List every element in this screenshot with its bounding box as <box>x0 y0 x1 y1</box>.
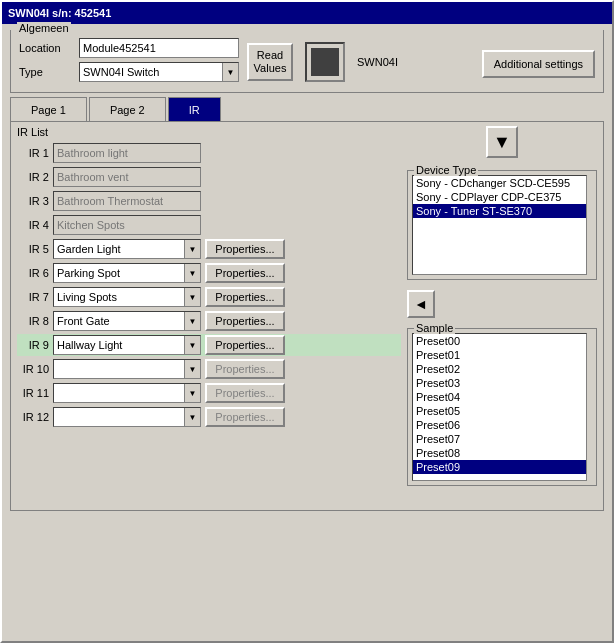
window-title: SWN04I s/n: 452541 <box>8 7 111 19</box>
device-type-item-2[interactable]: Sony - Tuner ST-SE370 <box>413 204 586 218</box>
location-label: Location <box>19 42 79 54</box>
ir-row-7: IR 7 Living Spots ▼ Properties... <box>17 286 401 308</box>
sample-group: Sample Preset00 Preset01 Preset02 Preset… <box>407 328 597 486</box>
ir-list-header: IR List <box>17 126 401 138</box>
tab-ir[interactable]: IR <box>168 97 221 121</box>
properties-btn-8[interactable]: Properties... <box>205 311 285 331</box>
ir-row-5: IR 5 Garden Light ▼ Properties... <box>17 238 401 260</box>
sample-item-1[interactable]: Preset01 <box>413 348 586 362</box>
ir-input-3[interactable] <box>53 191 201 211</box>
ir-select-8[interactable]: Front Gate <box>53 311 201 331</box>
ir-row-6: IR 6 Parking Spot ▼ Properties... <box>17 262 401 284</box>
ir-row-4: IR 4 <box>17 214 401 236</box>
sample-item-6[interactable]: Preset06 <box>413 418 586 432</box>
sample-item-0[interactable]: Preset00 <box>413 334 586 348</box>
ir-combo-wrapper-10: ▼ <box>53 359 201 379</box>
sample-item-2[interactable]: Preset02 <box>413 362 586 376</box>
device-name: SWN04I <box>357 56 398 68</box>
ir-label-8: IR 8 <box>17 315 53 327</box>
sample-listbox[interactable]: Preset00 Preset01 Preset02 Preset03 Pres… <box>412 333 587 481</box>
ir-row-11: IR 11 ▼ Properties... <box>17 382 401 404</box>
ir-row-9: IR 9 Hallway Light ▼ Properties... <box>17 334 401 356</box>
ir-select-10[interactable] <box>53 359 201 379</box>
ir-row-12: IR 12 ▼ Properties... <box>17 406 401 428</box>
properties-btn-10[interactable]: Properties... <box>205 359 285 379</box>
device-type-listbox[interactable]: Sony - CDchanger SCD-CE595 Sony - CDPlay… <box>412 175 587 275</box>
device-type-item-0[interactable]: Sony - CDchanger SCD-CE595 <box>413 176 586 190</box>
device-type-group: Device Type Sony - CDchanger SCD-CE595 S… <box>407 170 597 280</box>
location-input[interactable] <box>79 38 239 58</box>
ir-combo-wrapper-11: ▼ <box>53 383 201 403</box>
sample-item-8[interactable]: Preset08 <box>413 446 586 460</box>
ir-combo-wrapper-7: Living Spots ▼ <box>53 287 201 307</box>
ir-label-10: IR 10 <box>17 363 53 375</box>
left-arrow-icon: ◄ <box>414 296 428 312</box>
tabs-bar: Page 1 Page 2 IR <box>10 97 604 121</box>
down-arrow-button[interactable]: ▼ <box>486 126 518 158</box>
sample-item-5[interactable]: Preset05 <box>413 404 586 418</box>
additional-settings-button[interactable]: Additional settings <box>482 50 595 78</box>
sample-item-3[interactable]: Preset03 <box>413 376 586 390</box>
ir-combo-wrapper-8: Front Gate ▼ <box>53 311 201 331</box>
type-row: Type SWN04I Switch ▼ <box>19 62 239 82</box>
ir-select-6[interactable]: Parking Spot <box>53 263 201 283</box>
ir-select-11[interactable] <box>53 383 201 403</box>
title-bar: SWN04I s/n: 452541 <box>2 2 612 24</box>
down-arrow-icon: ▼ <box>493 132 511 153</box>
sample-item-7[interactable]: Preset07 <box>413 432 586 446</box>
sample-label: Sample <box>414 322 455 334</box>
ir-label-12: IR 12 <box>17 411 53 423</box>
right-panel: ▼ Device Type Sony - CDchanger SCD-CE595… <box>407 126 597 486</box>
ir-combo-wrapper-6: Parking Spot ▼ <box>53 263 201 283</box>
ir-input-4[interactable] <box>53 215 201 235</box>
device-type-label: Device Type <box>414 164 478 176</box>
ir-label-4: IR 4 <box>17 219 53 231</box>
ir-row-3: IR 3 <box>17 190 401 212</box>
ir-row-2: IR 2 <box>17 166 401 188</box>
ir-row-1: IR 1 <box>17 142 401 164</box>
location-row: Location <box>19 38 239 58</box>
general-group-label: Algemeen <box>17 22 71 34</box>
type-label: Type <box>19 66 79 78</box>
general-group: Algemeen Location Type SWN04I Switch ▼ <box>10 30 604 93</box>
device-icon-inner <box>311 48 339 76</box>
tab-page1[interactable]: Page 1 <box>10 97 87 121</box>
ir-input-2[interactable] <box>53 167 201 187</box>
read-values-button[interactable]: ReadValues <box>247 43 293 81</box>
main-window: SWN04I s/n: 452541 Algemeen Location Typ… <box>0 0 614 643</box>
ir-combo-wrapper-9: Hallway Light ▼ <box>53 335 201 355</box>
ir-combo-wrapper-12: ▼ <box>53 407 201 427</box>
ir-label-7: IR 7 <box>17 291 53 303</box>
properties-btn-9[interactable]: Properties... <box>205 335 285 355</box>
ir-label-1: IR 1 <box>17 147 53 159</box>
sample-item-9[interactable]: Preset09 <box>413 460 586 474</box>
ir-label-9: IR 9 <box>17 339 53 351</box>
sample-item-4[interactable]: Preset04 <box>413 390 586 404</box>
type-select[interactable]: SWN04I Switch <box>79 62 239 82</box>
ir-select-12[interactable] <box>53 407 201 427</box>
properties-btn-7[interactable]: Properties... <box>205 287 285 307</box>
tab-page2[interactable]: Page 2 <box>89 97 166 121</box>
properties-btn-12[interactable]: Properties... <box>205 407 285 427</box>
ir-list-panel: IR List IR 1 IR 2 IR 3 <box>17 126 401 486</box>
properties-btn-6[interactable]: Properties... <box>205 263 285 283</box>
ir-label-11: IR 11 <box>17 387 53 399</box>
properties-btn-5[interactable]: Properties... <box>205 239 285 259</box>
ir-select-9[interactable]: Hallway Light <box>53 335 201 355</box>
properties-btn-11[interactable]: Properties... <box>205 383 285 403</box>
main-area: IR List IR 1 IR 2 IR 3 <box>17 126 597 486</box>
ir-label-6: IR 6 <box>17 267 53 279</box>
ir-combo-wrapper-5: Garden Light ▼ <box>53 239 201 259</box>
ir-row-8: IR 8 Front Gate ▼ Properties... <box>17 310 401 332</box>
ir-label-3: IR 3 <box>17 195 53 207</box>
ir-row-10: IR 10 ▼ Properties... <box>17 358 401 380</box>
device-type-item-1[interactable]: Sony - CDPlayer CDP-CE375 <box>413 190 586 204</box>
device-icon <box>305 42 345 82</box>
tab-content-ir: IR List IR 1 IR 2 IR 3 <box>10 121 604 511</box>
ir-label-2: IR 2 <box>17 171 53 183</box>
ir-input-1[interactable] <box>53 143 201 163</box>
ir-label-5: IR 5 <box>17 243 53 255</box>
ir-select-7[interactable]: Living Spots <box>53 287 201 307</box>
ir-select-5[interactable]: Garden Light <box>53 239 201 259</box>
left-arrow-button[interactable]: ◄ <box>407 290 435 318</box>
